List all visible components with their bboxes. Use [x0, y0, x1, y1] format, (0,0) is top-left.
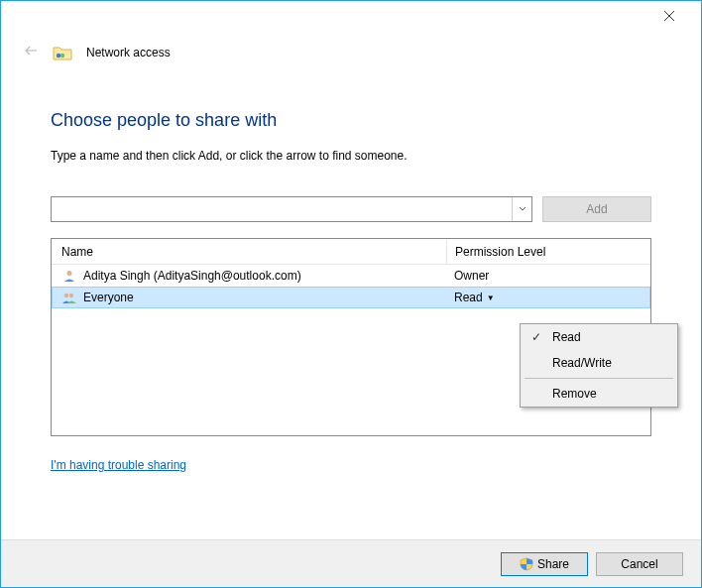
close-button[interactable] — [649, 2, 689, 30]
user-icon — [61, 268, 77, 284]
network-folder-icon — [53, 44, 72, 61]
title-bar — [1, 1, 701, 31]
column-header-name[interactable]: Name — [52, 245, 446, 259]
page-heading: Choose people to share with — [51, 110, 651, 131]
menu-separator — [525, 378, 673, 379]
list-row[interactable]: Aditya Singh (AdityaSingh@outlook.com) O… — [52, 265, 650, 287]
svg-point-4 — [60, 54, 64, 58]
close-icon — [663, 10, 675, 22]
name-combobox[interactable] — [51, 196, 532, 222]
permission-context-menu: ✓ Read Read/Write Remove — [520, 323, 678, 408]
dialog-footer: Share Cancel — [1, 539, 701, 587]
trouble-sharing-link[interactable]: I'm having trouble sharing — [51, 458, 186, 472]
cancel-button[interactable]: Cancel — [596, 552, 683, 576]
name-input[interactable] — [52, 197, 512, 221]
column-header-permission[interactable]: Permission Level — [446, 239, 650, 264]
check-icon: ✓ — [528, 330, 544, 344]
menu-item-remove[interactable]: Remove — [521, 381, 677, 407]
trouble-link-row: I'm having trouble sharing — [51, 458, 651, 472]
content-area: Choose people to share with Type a name … — [1, 62, 701, 472]
shield-icon — [520, 557, 533, 571]
list-header: Name Permission Level — [52, 239, 650, 265]
row-name: Everyone — [83, 291, 134, 304]
svg-point-5 — [67, 271, 72, 276]
svg-point-6 — [64, 294, 68, 297]
list-row[interactable]: Everyone Read ▼ — [52, 287, 650, 308]
group-icon — [61, 290, 77, 305]
combobox-dropdown-button[interactable] — [512, 197, 531, 221]
row-permission-dropdown[interactable]: Read ▼ — [446, 291, 650, 304]
dropdown-arrow-icon: ▼ — [487, 294, 495, 302]
menu-item-label: Read — [552, 330, 581, 344]
svg-point-7 — [69, 294, 73, 297]
dialog-header: Network access — [1, 31, 701, 62]
menu-item-readwrite[interactable]: Read/Write — [521, 350, 677, 376]
instruction-text: Type a name and then click Add, or click… — [51, 149, 651, 163]
add-button[interactable]: Add — [542, 196, 651, 222]
chevron-down-icon — [519, 206, 526, 212]
add-user-row: Add — [51, 196, 651, 222]
dialog-title: Network access — [86, 46, 171, 59]
share-button[interactable]: Share — [501, 552, 588, 576]
menu-item-read[interactable]: ✓ Read — [521, 324, 677, 350]
row-permission: Owner — [446, 269, 650, 283]
back-arrow-icon — [23, 43, 39, 59]
menu-item-label: Remove — [552, 387, 597, 401]
svg-point-3 — [57, 54, 60, 58]
menu-item-label: Read/Write — [552, 356, 612, 370]
cancel-button-label: Cancel — [621, 557, 657, 571]
row-name: Aditya Singh (AdityaSingh@outlook.com) — [83, 269, 301, 283]
back-button[interactable] — [23, 43, 39, 62]
share-button-label: Share — [537, 557, 569, 571]
